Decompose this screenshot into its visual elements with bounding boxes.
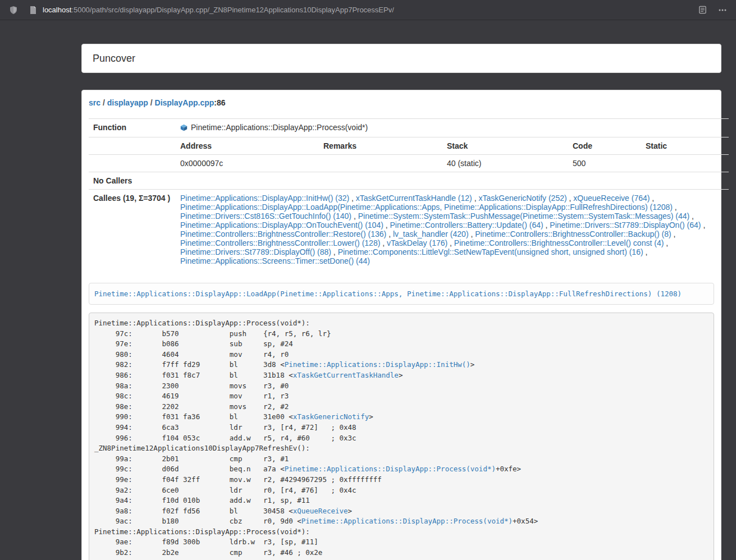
col-header-code: Code bbox=[568, 137, 641, 155]
url-text: localhost:5000/path/src/displayapp/Displ… bbox=[43, 6, 394, 14]
callee-link[interactable]: vTaskDelay (176) bbox=[387, 238, 447, 247]
disassembly-block: Pinetime::Applications::DisplayApp::Proc… bbox=[89, 313, 714, 560]
callee-link[interactable]: Pinetime::Applications::DisplayApp::Load… bbox=[180, 203, 673, 212]
shield-icon-glyph bbox=[9, 6, 18, 15]
breadcrumb-link[interactable]: src bbox=[89, 98, 100, 107]
callees-row: Callees (19, Σ=3704 ) Pinetime::Applicat… bbox=[89, 190, 729, 270]
col-header-remarks: Remarks bbox=[319, 137, 442, 155]
disassembly-symbol-link[interactable]: Pinetime::Applications::DisplayApp::Proc… bbox=[301, 517, 513, 525]
callee-link[interactable]: xTaskGetCurrentTaskHandle (12) bbox=[356, 194, 472, 203]
callee-link[interactable]: Pinetime::Components::LittleVgl::SetNewT… bbox=[338, 247, 643, 256]
static-value bbox=[641, 155, 729, 172]
address-value: 0x0000097c bbox=[176, 155, 319, 172]
function-icon bbox=[180, 124, 188, 133]
breadcrumb-link[interactable]: displayapp bbox=[107, 98, 148, 107]
breadcrumb-link[interactable]: DisplayApp.cpp bbox=[155, 98, 214, 107]
callee-link[interactable]: lv_task_handler (420) bbox=[393, 229, 469, 238]
browser-toolbar: localhost:5000/path/src/displayapp/Displ… bbox=[0, 0, 736, 20]
breadcrumb-separator: / bbox=[100, 98, 107, 107]
function-row: Function Pinetime::Applications::Display… bbox=[89, 119, 729, 137]
col-header-static: Static bbox=[641, 137, 729, 155]
callee-link[interactable]: Pinetime::Controllers::BrightnessControl… bbox=[475, 229, 671, 238]
empty-cell bbox=[176, 172, 729, 190]
shield-icon[interactable] bbox=[6, 2, 21, 18]
reader-mode-icon[interactable] bbox=[694, 2, 710, 18]
top-callee-link[interactable]: Pinetime::Applications::DisplayApp::Load… bbox=[94, 290, 682, 298]
page: Puncover src / displayapp / DisplayApp.c… bbox=[0, 20, 736, 560]
url-bar[interactable]: localhost:5000/path/src/displayapp/Displ… bbox=[25, 2, 691, 18]
callees-label: Callees (19, Σ=3704 ) bbox=[89, 190, 176, 270]
callee-link[interactable]: Pinetime::Drivers::Cst816S::GetTouchInfo… bbox=[180, 212, 351, 221]
callee-link[interactable]: Pinetime::Controllers::BrightnessControl… bbox=[180, 238, 380, 247]
app-title: Puncover bbox=[93, 53, 135, 65]
callee-link[interactable]: Pinetime::Applications::DisplayApp::OnTo… bbox=[180, 221, 383, 229]
no-callers-row: No Callers bbox=[89, 172, 729, 190]
callee-link[interactable]: Pinetime::System::SystemTask::PushMessag… bbox=[358, 212, 690, 221]
app-header-panel: Puncover bbox=[81, 44, 721, 73]
code-value: 500 bbox=[568, 155, 641, 172]
top-callee-well: Pinetime::Applications::DisplayApp::Load… bbox=[89, 283, 714, 305]
symbol-values-row: 0x0000097c 40 (static) 500 bbox=[89, 155, 729, 172]
disassembly-symbol-link[interactable]: xQueueReceive bbox=[293, 507, 348, 515]
callee-link[interactable]: Pinetime::Drivers::St7789::DisplayOn() (… bbox=[550, 221, 701, 229]
reader-icon-glyph bbox=[698, 6, 707, 14]
columns-header-row: Address Remarks Stack Code Static bbox=[89, 137, 729, 155]
callees-list: Pinetime::Applications::DisplayApp::Init… bbox=[176, 190, 729, 270]
breadcrumb-line-number: :86 bbox=[214, 98, 225, 107]
callee-link[interactable]: Pinetime::Applications::DisplayApp::Init… bbox=[180, 194, 349, 203]
page-info-icon[interactable] bbox=[28, 5, 38, 15]
empty-cell bbox=[89, 155, 176, 172]
callee-link[interactable]: xTaskGenericNotify (252) bbox=[478, 194, 566, 203]
meatball-menu-glyph bbox=[718, 6, 727, 15]
symbol-table: Function Pinetime::Applications::Display… bbox=[89, 118, 729, 269]
disassembly-symbol-link[interactable]: xTaskGetCurrentTaskHandle bbox=[293, 371, 399, 379]
function-name: Pinetime::Applications::DisplayApp::Proc… bbox=[191, 123, 368, 132]
breadcrumb-separator: / bbox=[148, 98, 155, 107]
page-actions-menu-icon[interactable] bbox=[715, 2, 730, 18]
stack-value: 40 (static) bbox=[442, 155, 568, 172]
disassembly-symbol-link[interactable]: Pinetime::Applications::DisplayApp::Init… bbox=[285, 360, 470, 369]
empty-cell bbox=[89, 137, 176, 155]
url-host: localhost bbox=[43, 6, 71, 14]
col-header-address: Address bbox=[176, 137, 319, 155]
col-header-stack: Stack bbox=[442, 137, 568, 155]
url-path: :5000/path/src/displayapp/DisplayApp.cpp… bbox=[71, 6, 394, 14]
callee-link[interactable]: Pinetime::Controllers::Battery::Update()… bbox=[390, 221, 543, 229]
callee-link[interactable]: Pinetime::Controllers::BrightnessControl… bbox=[454, 238, 664, 247]
callee-link[interactable]: Pinetime::Drivers::St7789::DisplayOff() … bbox=[180, 247, 331, 256]
disassembly-symbol-link[interactable]: xTaskGenericNotify bbox=[293, 412, 369, 421]
page-icon-glyph bbox=[30, 6, 36, 14]
callee-link[interactable]: Pinetime::Controllers::BrightnessControl… bbox=[180, 229, 386, 238]
callee-link[interactable]: xQueueReceive (764) bbox=[573, 194, 650, 203]
main-container: Puncover src / displayapp / DisplayApp.c… bbox=[81, 44, 721, 560]
no-callers-label: No Callers bbox=[89, 172, 176, 190]
content-panel: src / displayapp / DisplayApp.cpp:86 Fun… bbox=[81, 90, 721, 560]
function-label: Function bbox=[89, 119, 176, 137]
breadcrumb: src / displayapp / DisplayApp.cpp:86 bbox=[89, 97, 714, 108]
callee-link[interactable]: Pinetime::Applications::Screens::Timer::… bbox=[180, 256, 370, 265]
remarks-value bbox=[319, 155, 442, 172]
function-icon-glyph bbox=[180, 124, 188, 131]
disassembly-symbol-link[interactable]: Pinetime::Applications::DisplayApp::Proc… bbox=[285, 465, 496, 473]
